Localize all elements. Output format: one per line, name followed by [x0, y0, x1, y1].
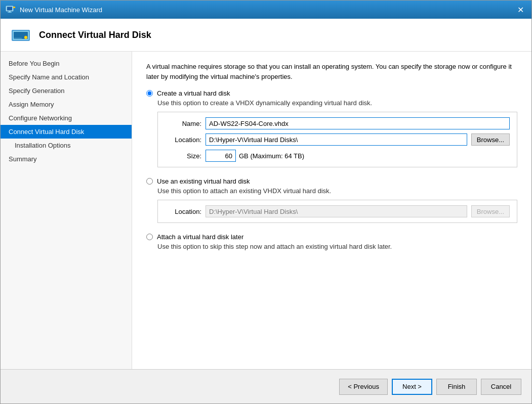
- svg-rect-1: [7, 7, 12, 11]
- svg-rect-3: [8, 12, 12, 13]
- browse-button[interactable]: Browse...: [471, 133, 510, 146]
- existing-location-label: Location:: [165, 208, 201, 215]
- option3-radio[interactable]: [146, 234, 153, 240]
- size-row: Size: GB (Maximum: 64 TB): [165, 150, 510, 162]
- location-input[interactable]: [206, 133, 467, 146]
- existing-location-input: [206, 205, 467, 217]
- option2-group: Use an existing virtual hard disk Use th…: [146, 177, 517, 223]
- sidebar-item-connect-vhd[interactable]: Connect Virtual Hard Disk: [1, 125, 132, 139]
- svg-rect-10: [14, 38, 22, 38]
- title-bar-left: New Virtual Machine Wizard: [6, 5, 102, 15]
- option2-radio-row: Use an existing virtual hard disk: [146, 177, 517, 185]
- option1-group: Create a virtual hard disk Use this opti…: [146, 89, 517, 167]
- option3-group: Attach a virtual hard disk later Use thi…: [146, 233, 517, 250]
- sidebar-item-assign-memory[interactable]: Assign Memory: [1, 98, 132, 111]
- previous-button[interactable]: < Previous: [339, 379, 388, 395]
- option1-desc: Use this option to create a VHDX dynamic…: [157, 99, 517, 107]
- sidebar-item-summary[interactable]: Summary: [1, 152, 132, 166]
- content-area: A virtual machine requires storage so th…: [132, 52, 531, 369]
- title-bar: New Virtual Machine Wizard ✕: [1, 1, 531, 19]
- sidebar-item-specify-generation[interactable]: Specify Generation: [1, 84, 132, 98]
- cancel-button[interactable]: Cancel: [481, 379, 521, 395]
- size-label: Size:: [165, 152, 201, 160]
- sidebar-item-configure-networking[interactable]: Configure Networking: [1, 111, 132, 125]
- size-input-group: GB (Maximum: 64 TB): [206, 150, 304, 162]
- main-content: Before You Begin Specify Name and Locati…: [1, 52, 531, 369]
- size-input[interactable]: [206, 150, 236, 162]
- option2-radio[interactable]: [146, 178, 153, 185]
- svg-point-9: [24, 36, 27, 39]
- option1-label[interactable]: Create a virtual hard disk: [157, 89, 230, 97]
- sidebar-item-specify-name[interactable]: Specify Name and Location: [1, 70, 132, 84]
- option3-desc: Use this option to skip this step now an…: [157, 243, 517, 250]
- close-button[interactable]: ✕: [514, 4, 526, 16]
- svg-rect-5: [14, 7, 15, 8]
- option1-radio-row: Create a virtual hard disk: [146, 89, 517, 97]
- location-label: Location:: [165, 136, 201, 144]
- window-icon: [6, 5, 16, 15]
- option2-desc: Use this option to attach an existing VH…: [157, 187, 517, 195]
- header-title: Connect Virtual Hard Disk: [39, 30, 151, 40]
- existing-browse-button: Browse...: [471, 205, 510, 217]
- option1-form: Name: Location: Browse... Size: GB (Maxi…: [157, 112, 517, 167]
- name-label: Name:: [165, 120, 201, 127]
- location-row: Location: Browse...: [165, 133, 510, 146]
- sidebar-item-before-you-begin[interactable]: Before You Begin: [1, 57, 132, 70]
- next-button[interactable]: Next >: [392, 379, 432, 395]
- option3-radio-row: Attach a virtual hard disk later: [146, 233, 517, 241]
- option1-radio[interactable]: [146, 90, 153, 97]
- header-area: Connect Virtual Hard Disk: [1, 19, 531, 52]
- size-unit: GB (Maximum: 64 TB): [239, 152, 304, 160]
- option2-label[interactable]: Use an existing virtual hard disk: [157, 177, 250, 185]
- existing-location-row: Location: Browse...: [165, 205, 510, 217]
- window-title: New Virtual Machine Wizard: [20, 6, 102, 14]
- sidebar-item-installation-options[interactable]: Installation Options: [1, 139, 132, 152]
- header-hard-disk-icon: [11, 27, 31, 43]
- footer: < Previous Next > Finish Cancel: [1, 369, 531, 403]
- option2-form: Location: Browse...: [157, 200, 517, 223]
- sidebar: Before You Begin Specify Name and Locati…: [1, 52, 132, 369]
- name-row: Name:: [165, 117, 510, 129]
- name-input[interactable]: [206, 117, 510, 129]
- wizard-window: New Virtual Machine Wizard ✕ Connect Vir…: [0, 0, 532, 404]
- svg-rect-2: [9, 11, 11, 12]
- option3-label[interactable]: Attach a virtual hard disk later: [157, 233, 243, 241]
- description-text: A virtual machine requires storage so th…: [146, 62, 517, 81]
- finish-button[interactable]: Finish: [436, 379, 477, 395]
